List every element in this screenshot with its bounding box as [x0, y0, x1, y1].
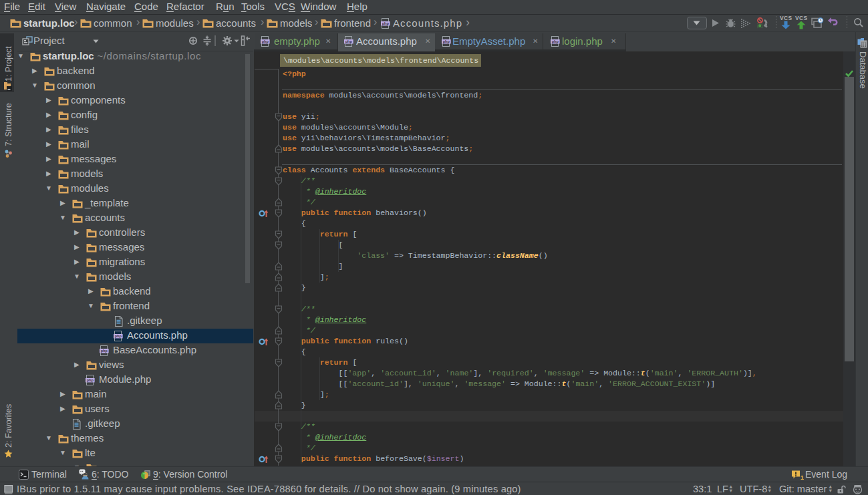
svg-text:php: php: [115, 334, 122, 338]
svg-text:php: php: [552, 39, 559, 43]
svg-text:php: php: [262, 39, 269, 43]
svg-text:php: php: [87, 378, 94, 382]
svg-text:1: 1: [801, 474, 804, 480]
svg-text:php: php: [101, 349, 108, 353]
svg-text:php: php: [345, 39, 353, 43]
svg-text:php: php: [443, 39, 450, 43]
